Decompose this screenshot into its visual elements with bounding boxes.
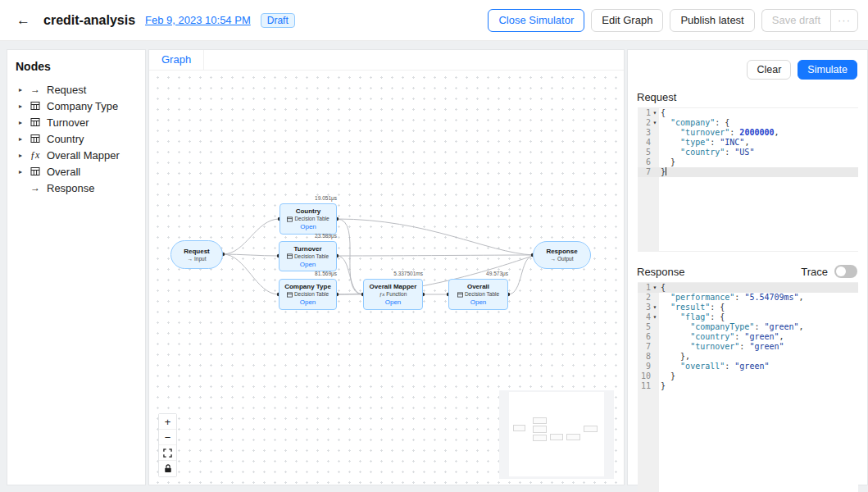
expand-caret-icon[interactable]: ▸ xyxy=(19,102,30,110)
open-node-link[interactable]: Open xyxy=(470,298,487,306)
expand-caret-icon[interactable]: ▸ xyxy=(19,119,30,126)
sidebar-item-label: Response xyxy=(47,182,95,194)
response-section-label: Response xyxy=(637,266,685,278)
request-json-editor[interactable]: 1▾{2▾ "company": {3 "turnover": 2000000,… xyxy=(638,107,858,252)
node-list: ▸ → Request ▸ Company Type ▸ Turnover ▸ … xyxy=(7,81,145,196)
decision-table-icon xyxy=(457,292,463,298)
canvas-zoom-toolbar: + − xyxy=(158,413,177,477)
minimap-node xyxy=(513,425,525,431)
sidebar-item-label: Company Type xyxy=(47,100,118,112)
trace-toggle[interactable] xyxy=(834,265,857,278)
clear-button[interactable]: Clear xyxy=(747,60,791,80)
node-subtitle: Function xyxy=(386,291,407,298)
sidebar-item-turnover[interactable]: ▸ Turnover xyxy=(7,114,145,130)
node-title: Response xyxy=(546,248,577,255)
sidebar-item-response[interactable]: → Response xyxy=(7,180,145,196)
header-actions: Close Simulator Edit Graph Publish lates… xyxy=(488,9,858,32)
node-title: Overall xyxy=(467,283,489,290)
sidebar-item-label: Overall xyxy=(47,166,80,178)
simulate-button[interactable]: Simulate xyxy=(798,60,857,80)
decision-table-icon xyxy=(287,292,293,298)
graph-node-turnover[interactable]: 23.589μs Turnover Decision Table Open xyxy=(279,241,337,271)
code-line[interactable]: 4 "type": "INC", xyxy=(638,138,858,148)
sidebar-item-label: Request xyxy=(47,84,86,96)
graph-node-overall-mapper[interactable]: 5.337501ms Overall Mapper ƒxFunction Ope… xyxy=(363,279,423,310)
node-title: Overall Mapper xyxy=(370,283,417,290)
node-title: Request xyxy=(184,248,210,255)
edit-graph-button[interactable]: Edit Graph xyxy=(591,9,663,32)
code-line[interactable]: 1▾{ xyxy=(638,108,858,118)
code-line[interactable]: 6 } xyxy=(638,157,858,167)
code-line[interactable]: 9 "overall": "green" xyxy=(638,362,858,371)
header: ← credit-analysis Feb 9, 2023 10:54 PM D… xyxy=(0,0,868,41)
expand-caret-icon[interactable]: ▸ xyxy=(19,135,30,143)
code-line[interactable]: 5 "country": "US" xyxy=(638,148,858,157)
graph-node-response[interactable]: Response →Output xyxy=(533,241,591,269)
expand-caret-icon[interactable]: ▸ xyxy=(19,152,30,159)
code-line[interactable]: 7 "turnover": "green" xyxy=(638,342,858,352)
graph-node-request[interactable]: Request →Input xyxy=(170,240,223,269)
code-line[interactable]: 10 } xyxy=(638,371,858,381)
function-icon: ƒx xyxy=(379,291,385,298)
function-icon: ƒx xyxy=(30,149,47,162)
timing-label: 49.573μs xyxy=(486,271,508,276)
expand-caret-icon[interactable]: ▸ xyxy=(19,168,30,175)
code-line[interactable]: 1▾{ xyxy=(638,283,858,293)
version-timestamp-link[interactable]: Feb 9, 2023 10:54 PM xyxy=(145,14,251,26)
graph-node-overall[interactable]: 49.573μs Overall Decision Table Open xyxy=(448,279,508,310)
code-line[interactable]: 2 "performance": "5.54709ms", xyxy=(638,293,858,303)
sidebar-item-label: Country xyxy=(47,133,84,145)
close-simulator-button[interactable]: Close Simulator xyxy=(488,9,584,32)
page-title: credit-analysis xyxy=(43,13,135,28)
minimap[interactable] xyxy=(499,390,614,479)
response-json-editor[interactable]: 1▾{2 "performance": "5.54709ms",3▾ "resu… xyxy=(638,282,858,492)
timing-label: 19.051μs xyxy=(315,195,337,201)
open-node-link[interactable]: Open xyxy=(300,223,316,230)
save-draft-group: Save draft ··· xyxy=(761,9,858,32)
code-line[interactable]: 2▾ "company": { xyxy=(638,118,858,128)
minimap-node xyxy=(566,434,580,440)
sidebar-item-country[interactable]: ▸ Country xyxy=(7,130,145,147)
code-line[interactable]: 11} xyxy=(638,381,858,391)
sidebar-item-overall-mapper[interactable]: ▸ ƒx Overall Mapper xyxy=(7,147,145,163)
sidebar-item-overall[interactable]: ▸ Overall xyxy=(7,163,145,180)
lock-button[interactable] xyxy=(159,461,176,476)
input-icon: → xyxy=(188,256,193,262)
node-subtitle: Input xyxy=(194,256,206,262)
node-title: Company Type xyxy=(284,283,331,290)
minimap-node xyxy=(550,434,563,440)
code-line[interactable]: 3▾ "result": { xyxy=(638,303,858,312)
code-line[interactable]: 3 "turnover": 2000000, xyxy=(638,128,858,138)
node-subtitle: Output xyxy=(557,256,574,262)
publish-latest-button[interactable]: Publish latest xyxy=(670,9,754,32)
minimap-node xyxy=(533,435,547,441)
code-line[interactable]: 6 "country": "green", xyxy=(638,332,858,342)
input-icon: → xyxy=(30,84,47,95)
graph-canvas[interactable]: Request →Input 19.051μs Country Decision… xyxy=(149,71,624,485)
graph-node-country[interactable]: 19.051μs Country Decision Table Open xyxy=(279,203,337,235)
save-draft-button[interactable]: Save draft xyxy=(761,9,830,32)
graph-node-company-type[interactable]: 81.569μs Company Type Decision Table Ope… xyxy=(279,279,337,310)
node-subtitle: Decision Table xyxy=(465,291,499,298)
open-node-link[interactable]: Open xyxy=(300,261,316,268)
toggle-knob xyxy=(836,266,846,276)
sidebar-item-label: Overall Mapper xyxy=(47,149,120,162)
code-line[interactable]: 5 "companyType": "green", xyxy=(638,322,858,332)
timing-label: 23.589μs xyxy=(315,233,337,239)
more-options-button[interactable]: ··· xyxy=(830,9,858,32)
code-line[interactable]: 4▾ "flag": { xyxy=(638,312,858,322)
sidebar-item-company-type[interactable]: ▸ Company Type xyxy=(7,98,145,114)
open-node-link[interactable]: Open xyxy=(300,298,316,306)
fit-view-button[interactable] xyxy=(159,445,176,461)
zoom-out-button[interactable]: − xyxy=(159,430,176,445)
sidebar-title: Nodes xyxy=(16,60,145,73)
zoom-in-button[interactable]: + xyxy=(159,414,176,430)
code-line[interactable]: 8 }, xyxy=(638,352,858,362)
sidebar-item-request[interactable]: ▸ → Request xyxy=(7,81,145,98)
timing-label: 5.337501ms xyxy=(393,271,423,276)
expand-caret-icon[interactable]: ▸ xyxy=(19,86,30,93)
code-line[interactable]: 7} xyxy=(638,167,858,177)
tab-graph[interactable]: Graph xyxy=(149,50,204,70)
back-arrow-icon[interactable]: ← xyxy=(11,11,35,30)
open-node-link[interactable]: Open xyxy=(385,298,402,306)
